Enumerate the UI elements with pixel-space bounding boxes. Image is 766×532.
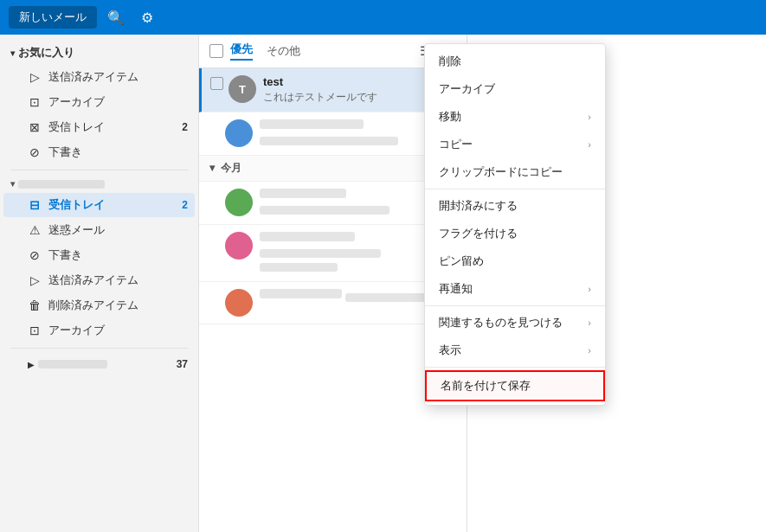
clipboard-label: クリップボードにコピー	[439, 164, 563, 180]
context-menu-save-as[interactable]: 名前を付けて保存	[425, 370, 605, 401]
related-arrow: ›	[588, 317, 591, 328]
email-4-preview-blurred	[260, 249, 381, 258]
search-icon[interactable]: 🔍	[104, 5, 128, 29]
context-menu-copy[interactable]: コピー ›	[425, 131, 605, 158]
sidebar-item-sent[interactable]: ▷ 送信済みアイテム	[3, 268, 195, 292]
context-menu-flag[interactable]: フラグを付ける	[425, 220, 605, 247]
context-menu-snooze[interactable]: 再通知 ›	[425, 275, 605, 303]
pin-label: ピン留め	[439, 253, 484, 269]
context-menu-move[interactable]: 移動 ›	[425, 103, 605, 131]
sidebar-item-label: 下書き	[48, 144, 82, 160]
sidebar-item-label: 受信トレイ	[48, 119, 105, 135]
extra-label-blurred	[38, 360, 107, 369]
move-arrow: ›	[588, 112, 591, 122]
sidebar-item-label: 下書き	[48, 247, 82, 263]
junk-icon: ⚠	[28, 223, 42, 237]
chevron-month: ▾	[209, 162, 215, 174]
drafts-icon: ⊘	[28, 145, 42, 159]
email-1-avatar: T	[229, 75, 256, 103]
favorites-section[interactable]: ▾ お気に入り	[0, 42, 198, 64]
sent-icon: ▷	[28, 70, 42, 84]
deleted-icon: 🗑	[28, 298, 42, 312]
inbox-main-icon: ⊟	[28, 198, 42, 212]
context-menu-mark-read[interactable]: 開封済みにする	[425, 192, 605, 220]
archive-label: アーカイブ	[439, 81, 495, 97]
email-2-preview-blurred	[260, 137, 398, 145]
display-label: 表示	[439, 343, 461, 358]
main-layout: ▾ お気に入り ▷ 送信済みアイテム ⊡ アーカイブ ⊠ 受信トレイ 2 ⊘ 下…	[0, 35, 766, 532]
sidebar-item-sent-fav[interactable]: ▷ 送信済みアイテム	[3, 65, 195, 89]
sidebar-item-label: 送信済みアイテム	[48, 69, 138, 85]
inbox-fav-badge: 2	[182, 121, 188, 133]
settings-icon[interactable]: ⚙	[135, 5, 159, 29]
menu-divider-3	[425, 367, 605, 368]
context-menu-related[interactable]: 関連するものを見つける ›	[425, 309, 605, 337]
move-label: 移動	[439, 109, 461, 125]
context-menu-display[interactable]: 表示 ›	[425, 337, 605, 364]
inbox-icon: ⊠	[28, 120, 42, 134]
menu-divider-2	[425, 305, 605, 306]
context-menu: 削除 アーカイブ 移動 › コピー › クリップボードにコピー 開封済みにする …	[424, 43, 606, 406]
email-3-sender-blurred	[260, 189, 346, 198]
select-all-checkbox[interactable]	[209, 44, 223, 58]
sidebar-item-inbox-fav[interactable]: ⊠ 受信トレイ 2	[3, 115, 195, 139]
sidebar-item-inbox[interactable]: ⊟ 受信トレイ 2	[3, 193, 195, 217]
copy-arrow: ›	[588, 139, 591, 150]
sidebar-item-label: 迷惑メール	[48, 222, 105, 238]
compose-button[interactable]: 新しいメール	[9, 6, 97, 29]
context-menu-clipboard[interactable]: クリップボードにコピー	[425, 158, 605, 186]
menu-divider-1	[425, 189, 605, 189]
mark-read-label: 開封済みにする	[439, 198, 518, 214]
email-4-avatar	[225, 232, 253, 260]
tab-priority[interactable]: 優先	[230, 42, 253, 61]
top-bar: 新しいメール 🔍 ⚙	[0, 0, 766, 35]
email-3-avatar	[225, 189, 253, 216]
sidebar-item-label: 受信トレイ	[48, 197, 105, 213]
month-label: 今月	[221, 162, 241, 174]
sidebar-divider-2	[10, 348, 188, 349]
extra-chevron: ▶	[28, 360, 35, 369]
email-3-preview-blurred	[260, 206, 389, 215]
sidebar-item-extra[interactable]: ▶ 37	[3, 354, 195, 375]
sidebar: ▾ お気に入り ▷ 送信済みアイテム ⊡ アーカイブ ⊠ 受信トレイ 2 ⊘ 下…	[0, 35, 199, 532]
display-arrow: ›	[588, 345, 591, 356]
account-group[interactable]: ▾	[0, 176, 198, 192]
archive-icon: ⊡	[28, 95, 42, 109]
email-5-sender-blurred	[260, 289, 342, 298]
copy-label: コピー	[439, 137, 473, 152]
extra-badge: 37	[177, 358, 188, 370]
context-menu-pin[interactable]: ピン留め	[425, 247, 605, 275]
sidebar-item-deleted[interactable]: 🗑 削除済みアイテム	[3, 293, 195, 317]
favorites-chevron: ▾	[10, 48, 15, 58]
sidebar-item-drafts-fav[interactable]: ⊘ 下書き	[3, 140, 195, 164]
tab-other[interactable]: その他	[267, 43, 300, 59]
email-1-checkbox[interactable]	[210, 77, 223, 90]
delete-label: 削除	[439, 54, 461, 69]
favorites-label: お気に入り	[18, 45, 74, 61]
account-label-blurred	[18, 180, 105, 189]
sidebar-item-label: 送信済みアイテム	[48, 272, 138, 288]
email-4-sender-blurred	[260, 232, 355, 241]
sidebar-item-label: アーカイブ	[48, 94, 105, 110]
inbox-badge: 2	[182, 199, 188, 211]
drafts-main-icon: ⊘	[28, 248, 42, 262]
save-as-label: 名前を付けて保存	[441, 378, 531, 394]
sidebar-item-archive[interactable]: ⊡ アーカイブ	[3, 318, 195, 343]
sent-main-icon: ▷	[28, 273, 42, 287]
context-menu-archive[interactable]: アーカイブ	[425, 75, 605, 103]
email-2-sender-blurred	[260, 119, 364, 129]
sidebar-item-drafts[interactable]: ⊘ 下書き	[3, 243, 195, 267]
sidebar-item-junk[interactable]: ⚠ 迷惑メール	[3, 218, 195, 242]
email-5-avatar	[225, 289, 253, 317]
snooze-arrow: ›	[588, 284, 591, 294]
sidebar-item-archive-fav[interactable]: ⊡ アーカイブ	[3, 90, 195, 114]
account-chevron: ▾	[10, 179, 15, 189]
email-2-avatar	[225, 119, 253, 147]
context-menu-delete[interactable]: 削除	[425, 48, 605, 75]
sidebar-item-label: 削除済みアイテム	[48, 298, 138, 313]
sidebar-divider-1	[10, 170, 188, 170]
flag-label: フラグを付ける	[439, 226, 518, 241]
snooze-label: 再通知	[439, 281, 473, 297]
related-label: 関連するものを見つける	[439, 315, 563, 330]
email-4-preview2-blurred	[260, 263, 338, 272]
